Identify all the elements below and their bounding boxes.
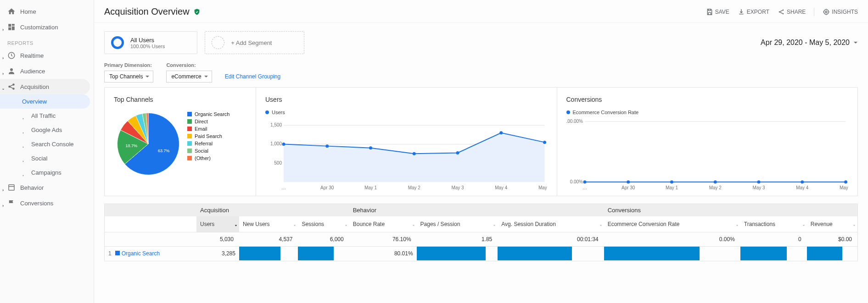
insights-button[interactable]: INSIGHTS [823, 8, 858, 16]
primary-dimension-dropdown[interactable]: Top Channels [104, 71, 153, 83]
chevron-right-icon [22, 143, 25, 146]
chevron-right-icon [22, 171, 25, 174]
chevron-right-icon [2, 70, 5, 72]
chevron-right-icon [2, 54, 5, 57]
nav-campaigns[interactable]: Campaigns [0, 165, 94, 180]
table-cell [298, 247, 349, 261]
svg-point-48 [757, 181, 760, 184]
share-label: SHARE [787, 9, 806, 15]
column-header[interactable]: Users [196, 216, 239, 232]
chevron-down-icon [2, 85, 5, 88]
svg-point-44 [583, 181, 586, 184]
date-range-picker[interactable]: Apr 29, 2020 - May 5, 2020 [761, 39, 858, 47]
dashboard-icon [7, 23, 16, 31]
legend-item: Direct [187, 119, 230, 124]
nav-campaigns-label: Campaigns [31, 169, 88, 176]
chevron-right-icon [2, 26, 5, 28]
svg-rect-5 [9, 185, 14, 190]
column-header[interactable]: Revenue [807, 216, 857, 232]
page-title: Acquisition Overview [104, 6, 190, 17]
verified-icon [193, 8, 201, 16]
total-cell: 00:01:34 [498, 232, 604, 247]
total-cell: 6,000 [298, 232, 349, 247]
person-icon [7, 67, 16, 75]
column-header[interactable]: Sessions [298, 216, 349, 232]
table-cell [239, 247, 298, 261]
export-button[interactable]: EXPORT [738, 8, 769, 16]
legend-item: Social [187, 148, 230, 154]
nav-realtime[interactable]: Realtime [0, 48, 94, 63]
svg-text:1,500: 1,500 [270, 122, 282, 127]
svg-point-50 [844, 181, 847, 184]
nav-social[interactable]: Social [0, 151, 94, 165]
panels-row: Top Channels 63.7%18.7% Organic SearchDi… [104, 87, 858, 196]
svg-text:May 3: May 3 [752, 185, 765, 190]
share-icon [778, 8, 785, 16]
reports-header: REPORTS [0, 35, 94, 48]
nav-customization[interactable]: Customization [0, 19, 94, 35]
svg-text:May 2: May 2 [408, 185, 421, 190]
table-row[interactable]: 1Organic Search3,28580.01% [105, 247, 857, 261]
total-cell: $0.00 [807, 232, 857, 247]
column-header[interactable]: New Users [239, 216, 298, 232]
column-header[interactable]: Ecommerce Conversion Rate [604, 216, 740, 232]
save-label: SAVE [715, 9, 729, 15]
conversion-dropdown[interactable]: eCommerce [166, 71, 212, 83]
page-icon [7, 183, 16, 192]
nav-google-ads[interactable]: Google Ads [0, 123, 94, 137]
nav-social-label: Social [31, 155, 88, 162]
nav-customization-label: Customization [20, 24, 88, 31]
nav-all-traffic[interactable]: All Traffic [0, 109, 94, 123]
svg-point-46 [670, 181, 673, 184]
svg-text:63.7%: 63.7% [158, 149, 170, 153]
nav-audience[interactable]: Audience [0, 63, 94, 79]
table-totals-row: 5,0304,5376,00076.10%1.8500:01:340.00%0$… [105, 232, 857, 247]
total-cell: 0 [740, 232, 807, 247]
table-cell: 3,285 [196, 247, 239, 261]
svg-point-49 [801, 181, 804, 184]
nav-realtime-label: Realtime [20, 52, 88, 59]
svg-point-7 [783, 9, 784, 11]
svg-point-28 [369, 146, 372, 149]
svg-text:May 4: May 4 [495, 185, 508, 190]
svg-point-45 [627, 181, 630, 184]
panel-top-channels-title: Top Channels [114, 96, 246, 103]
svg-text:…: … [582, 185, 587, 190]
svg-point-31 [499, 131, 503, 134]
nav-behavior-label: Behavior [20, 184, 88, 191]
legend-item: Organic Search [187, 111, 230, 117]
nav-all-traffic-label: All Traffic [31, 112, 88, 119]
chevron-right-icon [22, 157, 25, 160]
column-header[interactable]: Avg. Session Duration [498, 216, 604, 232]
save-button[interactable]: SAVE [706, 8, 729, 16]
nav-audience-label: Audience [20, 68, 88, 75]
nav-home[interactable]: Home [0, 4, 94, 19]
edit-channel-grouping-link[interactable]: Edit Channel Grouping [225, 73, 280, 80]
nav-acquisition-label: Acquisition [20, 83, 84, 90]
nav-conversions[interactable]: Conversions [0, 195, 94, 211]
nav-overview[interactable]: Overview [0, 94, 90, 109]
column-header[interactable]: Pages / Session [417, 216, 498, 232]
segment-subtitle: 100.00% Users [130, 44, 165, 49]
table-cell [807, 247, 857, 261]
nav-acquisition[interactable]: Acquisition [0, 79, 90, 94]
nav-behavior[interactable]: Behavior [0, 180, 94, 195]
svg-point-47 [713, 181, 717, 184]
svg-text:May 1: May 1 [665, 185, 678, 190]
nav-search-console[interactable]: Search Console [0, 137, 94, 151]
svg-point-1 [10, 68, 13, 71]
chevron-right-icon [2, 202, 5, 204]
svg-text:1,000: 1,000 [270, 141, 282, 146]
add-segment-button[interactable]: + Add Segment [205, 31, 304, 54]
chevron-down-icon [853, 40, 858, 45]
table-cell [417, 247, 498, 261]
segment-all-users[interactable]: All Users 100.00% Users [104, 31, 197, 54]
svg-text:100.00%: 100.00% [566, 119, 583, 124]
column-header[interactable]: Transactions [740, 216, 807, 232]
home-icon [7, 7, 16, 16]
column-header[interactable]: Bounce Rate [349, 216, 417, 232]
chevron-right-icon [2, 186, 5, 189]
share-button[interactable]: SHARE [778, 8, 806, 16]
svg-text:May 3: May 3 [451, 185, 464, 190]
nav-overview-label: Overview [22, 98, 84, 105]
